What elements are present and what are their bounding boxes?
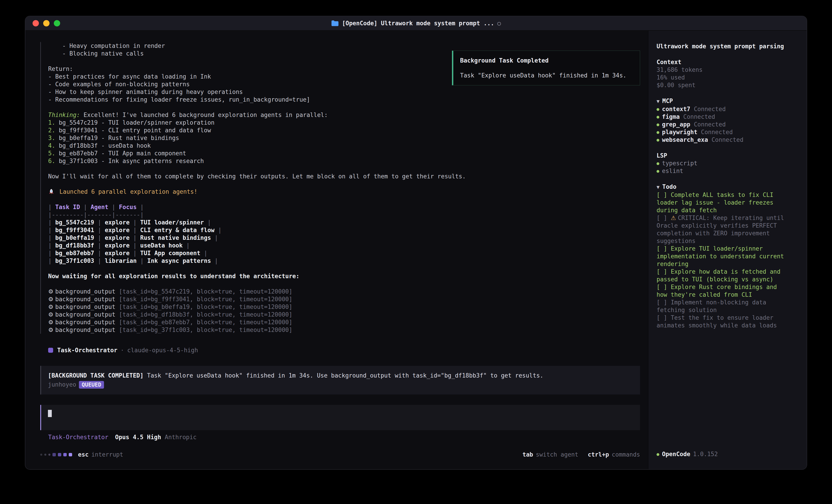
text-segment: [task_id=bg_eb87ebb7, block=true, timeou… bbox=[119, 319, 292, 326]
text-segment: useData hook bbox=[140, 242, 183, 249]
text-segment: | bbox=[48, 227, 55, 233]
status-dot-icon: ● bbox=[656, 130, 659, 135]
text-segment: Launched 6 parallel exploration agents! bbox=[56, 188, 198, 195]
todo-item: [ ] Implement non-blocking data fetching… bbox=[656, 299, 789, 314]
text-segment: [task_id=bg_5547c219, block=true, timeou… bbox=[119, 288, 292, 295]
todo-checkbox: [ ] bbox=[656, 284, 671, 290]
sidebar: Ultrawork mode system prompt parsing Con… bbox=[648, 31, 807, 470]
text-segment: | bbox=[211, 257, 218, 264]
window-title-text: [OpenCode] Ultrawork mode system prompt … bbox=[342, 20, 494, 27]
text-segment: 2. bbox=[48, 127, 59, 134]
text-segment: bg_df18bb3f bbox=[55, 242, 94, 249]
statusbar: esc interrupt tab switch agent ctrl+p co… bbox=[40, 451, 640, 458]
text-segment: explore bbox=[105, 250, 130, 256]
text-segment: | bbox=[130, 227, 140, 233]
text-segment: | bbox=[94, 257, 105, 264]
terminal-line: | bg_b0effa19 | explore | Rust native bi… bbox=[48, 234, 640, 242]
context-stats: 31,686 tokens16% used$0.00 spent bbox=[656, 66, 789, 89]
terminal-line: 2. bg_f9ff3041 - CLI entry point and dat… bbox=[48, 127, 640, 134]
background-task-toast: Background Task Completed Task "Explore … bbox=[452, 51, 640, 85]
text-segment: | bbox=[94, 250, 105, 256]
mcp-status: Connected bbox=[690, 106, 726, 112]
mcp-heading[interactable]: ▼MCP bbox=[656, 97, 789, 105]
text-segment: | bbox=[136, 204, 144, 211]
text-segment: [task_id=bg_f9ff3041, block=true, timeou… bbox=[119, 296, 292, 303]
terminal-line bbox=[48, 104, 640, 111]
text-cursor bbox=[48, 410, 52, 417]
terminal-line: - Recommendations for fixing loader free… bbox=[48, 96, 640, 104]
text-segment: TUI App component bbox=[140, 250, 200, 256]
status-dot-icon: ● bbox=[656, 114, 659, 119]
text-segment: 3. bbox=[48, 135, 59, 141]
terminal-line: | bg_eb87ebb7 | explore | TUI App compon… bbox=[48, 249, 640, 257]
toast-body: Task "Explore useData hook" finished in … bbox=[460, 72, 633, 79]
agent-icon bbox=[48, 348, 53, 353]
text-segment: TUI loader/spinner bbox=[140, 219, 204, 226]
text-segment: Focus bbox=[119, 204, 136, 211]
conversation-pane: Background Task Completed Task "Explore … bbox=[25, 31, 648, 470]
todo-text: Explore TUI loader/spinner implementatio… bbox=[656, 245, 784, 268]
text-segment: librarian bbox=[105, 257, 136, 264]
toast-title: Background Task Completed bbox=[460, 57, 633, 64]
assistant-message: - Heavy computation in render - Blocking… bbox=[40, 42, 640, 334]
terminal-line: ⚙background_output [task_id=bg_f9ff3041,… bbox=[48, 296, 640, 303]
queued-message-heading: [BACKGROUND TASK COMPLETED] bbox=[48, 372, 144, 379]
esc-key-hint: esc bbox=[78, 451, 88, 458]
todo-text: Explore how data is fetched and passed t… bbox=[656, 268, 780, 283]
text-segment: bg_df18bb3f - useData hook bbox=[59, 142, 151, 149]
mcp-name: figma bbox=[662, 113, 680, 120]
text-segment: Agent bbox=[90, 204, 108, 211]
text-segment: | bbox=[48, 234, 55, 241]
terminal-line: | Task ID | Agent | Focus | bbox=[48, 203, 640, 211]
close-button[interactable] bbox=[32, 20, 39, 26]
queued-badge: QUEUED bbox=[79, 381, 104, 389]
todo-item: [ ] Explore how data is fetched and pass… bbox=[656, 268, 789, 283]
terminal-line: 5. bg_eb87ebb7 - TUI App main component bbox=[48, 149, 640, 157]
queued-message: [BACKGROUND TASK COMPLETED] Task "Explor… bbox=[40, 366, 640, 394]
gear-icon: ⚙ bbox=[48, 311, 55, 318]
minimize-button[interactable] bbox=[43, 20, 50, 26]
terminal-line: Launched 6 parallel exploration agents! bbox=[48, 188, 640, 196]
text-segment: [task_id=bg_37f1c003, block=true, timeou… bbox=[119, 327, 292, 333]
prompt-input[interactable] bbox=[40, 405, 640, 430]
todo-heading[interactable]: ▼Todo bbox=[656, 183, 789, 191]
todo-item: [ ] Explore Rust core bindings and how t… bbox=[656, 283, 789, 299]
lsp-list: ●typescript●eslint bbox=[656, 160, 789, 175]
text-segment: bg_5547c219 - TUI loader/spinner explora… bbox=[59, 119, 214, 126]
terminal-line bbox=[48, 180, 640, 188]
text-segment: [task_id=bg_df18bb3f, block=true, timeou… bbox=[119, 311, 292, 318]
terminal-line bbox=[48, 264, 640, 272]
app-version-number: 1.0.152 bbox=[693, 451, 718, 457]
mcp-name: context7 bbox=[662, 106, 690, 112]
terminal-line bbox=[48, 165, 640, 172]
text-segment: 4. bbox=[48, 142, 59, 149]
chevron-down-icon: ▼ bbox=[656, 99, 659, 104]
mcp-heading-label: MCP bbox=[662, 97, 673, 104]
text-segment: 1. bbox=[48, 119, 59, 126]
terminal-line: 4. bg_df18bb3f - useData hook bbox=[48, 142, 640, 149]
text-segment: | bbox=[211, 234, 218, 241]
status-ring-icon: ○ bbox=[497, 20, 501, 27]
context-stat: 16% used bbox=[656, 74, 789, 81]
terminal-line: 1. bg_5547c219 - TUI loader/spinner expl… bbox=[48, 119, 640, 127]
mcp-status: Connected bbox=[690, 121, 726, 128]
zoom-button[interactable] bbox=[54, 20, 60, 26]
queued-message-text: [BACKGROUND TASK COMPLETED] Task "Explor… bbox=[48, 372, 633, 380]
text-segment: Rust native bindings bbox=[140, 234, 211, 241]
text-segment: explore bbox=[105, 219, 130, 226]
lsp-item: ●typescript bbox=[656, 160, 789, 167]
terminal-line: - Heavy computation in render bbox=[48, 42, 640, 50]
text-segment: explore bbox=[105, 234, 130, 241]
gear-icon: ⚙ bbox=[48, 296, 55, 303]
input-footer: Task-OrchestratorOpus 4.5 HighAnthropic bbox=[40, 434, 640, 441]
author-name: junhoyeo bbox=[48, 381, 76, 388]
terminal-line: | bg_5547c219 | explore | TUI loader/spi… bbox=[48, 219, 640, 226]
todo-text: Complete ALL tasks to fix CLI loader lag… bbox=[656, 192, 774, 214]
status-dot-icon: ● bbox=[656, 137, 659, 142]
commands-key-label: commands bbox=[612, 451, 640, 458]
terminal-line: ⚙background_output [task_id=bg_df18bb3f,… bbox=[48, 311, 640, 318]
todo-checkbox: [ ] bbox=[656, 245, 671, 252]
text-segment: | bbox=[48, 242, 55, 249]
terminal-line: 3. bg_b0effa19 - Rust native bindings bbox=[48, 134, 640, 142]
queued-message-meta: junhoyeoQUEUED bbox=[48, 381, 633, 389]
